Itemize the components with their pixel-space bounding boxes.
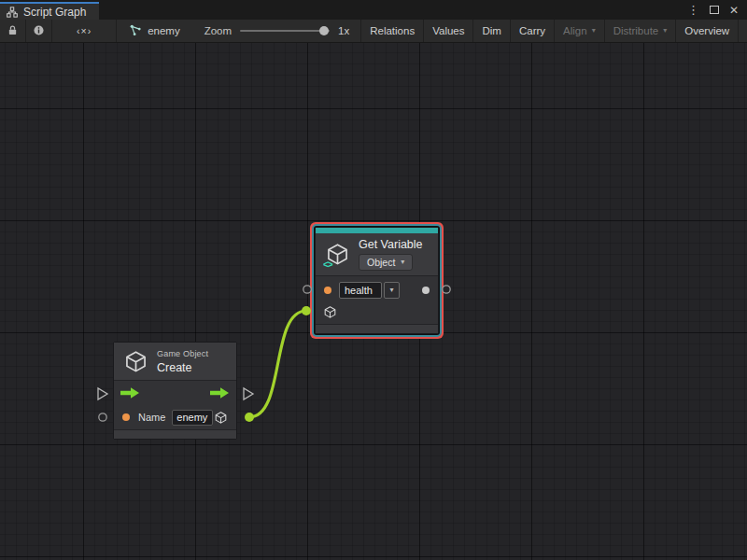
- lock-button[interactable]: [0, 20, 26, 42]
- object-source-row: [316, 303, 438, 325]
- node-category: Game Object: [157, 349, 208, 358]
- relations-button[interactable]: Relations: [360, 20, 423, 42]
- breadcrumb[interactable]: enemy: [117, 20, 193, 42]
- graph-canvas[interactable]: <> Get Variable Object ▾ health ▾: [0, 43, 747, 560]
- tab-bar: Script Graph ⋮ ✕: [0, 0, 747, 20]
- values-button[interactable]: Values: [423, 20, 472, 42]
- zoom-value: 1x: [338, 25, 349, 36]
- code-view-button[interactable]: ‹×›: [52, 20, 117, 42]
- variable-name-dropdown-button[interactable]: ▾: [384, 282, 400, 299]
- connected-port-create-output[interactable]: [245, 413, 254, 422]
- window-menu-icon[interactable]: ⋮: [687, 4, 699, 16]
- node-footer: [114, 429, 236, 439]
- variable-name-row: health ▾: [316, 277, 438, 303]
- name-value-field[interactable]: enemy: [172, 410, 213, 426]
- align-label: Align: [563, 25, 587, 36]
- full-screen-button[interactable]: Full Screen: [738, 20, 747, 42]
- connection-wire[interactable]: [249, 311, 306, 417]
- relations-label: Relations: [370, 25, 415, 36]
- get-variable-header: <> Get Variable Object ▾: [316, 233, 438, 276]
- name-row: Name enemy: [114, 405, 236, 429]
- node-title: Get Variable: [359, 238, 423, 251]
- create-header: Game Object Create: [114, 343, 236, 381]
- distribute-dropdown[interactable]: Distribute ▾: [604, 20, 676, 42]
- carry-label: Carry: [519, 25, 545, 36]
- variables-code-icon: <>: [323, 259, 332, 270]
- maximize-icon[interactable]: [710, 6, 719, 14]
- zoom-label: Zoom: [204, 25, 232, 36]
- node-title: Create: [157, 361, 208, 374]
- align-dropdown[interactable]: Align ▾: [554, 20, 604, 42]
- cube-icon: [123, 349, 148, 374]
- code-icon: ‹×›: [77, 25, 92, 36]
- window-controls: ⋮ ✕: [687, 2, 739, 18]
- zoom-control: Zoom 1x: [193, 20, 361, 42]
- variable-name-field[interactable]: health: [339, 282, 382, 299]
- dim-button[interactable]: Dim: [472, 20, 509, 42]
- close-icon[interactable]: ✕: [729, 5, 739, 16]
- name-input-port[interactable]: [324, 287, 331, 294]
- node-footer: [316, 324, 438, 333]
- name-input-port-circle[interactable]: [99, 413, 106, 421]
- chevron-down-icon: ▾: [401, 259, 404, 266]
- zoom-slider-handle[interactable]: [319, 26, 329, 35]
- name-input-port[interactable]: [122, 413, 130, 421]
- game-object-port-icon[interactable]: [323, 305, 337, 323]
- getvariable-value-output-port-circle[interactable]: [443, 286, 450, 293]
- values-label: Values: [432, 25, 464, 36]
- script-graph-window: Script Graph ⋮ ✕: [0, 0, 747, 560]
- graph-hierarchy-icon: [7, 7, 18, 18]
- variable-scope-dropdown[interactable]: Object ▾: [359, 254, 413, 271]
- node-create-game-object[interactable]: Game Object Create Name: [113, 342, 237, 440]
- chevron-down-icon: ▾: [592, 27, 596, 35]
- overview-label: Overview: [684, 25, 729, 36]
- info-icon: [33, 24, 45, 38]
- dim-label: Dim: [482, 25, 500, 36]
- node-get-variable[interactable]: <> Get Variable Object ▾ health ▾: [315, 227, 439, 334]
- zoom-slider[interactable]: [240, 30, 330, 32]
- overview-button[interactable]: Overview: [675, 20, 738, 42]
- scope-value: Object: [367, 257, 395, 268]
- getvariable-name-input-port-circle[interactable]: [303, 286, 311, 293]
- graph-toolbar: ‹×› enemy Zoom 1x Relations: [0, 20, 747, 43]
- chevron-down-icon: ▾: [663, 27, 667, 35]
- flow-output-port-triangle[interactable]: [244, 388, 253, 399]
- carry-button[interactable]: Carry: [510, 20, 554, 42]
- flow-output-arrow-icon[interactable]: [210, 387, 230, 399]
- connected-port-getvariable-object-input[interactable]: [302, 306, 311, 315]
- breadcrumb-label: enemy: [148, 25, 180, 36]
- tab-script-graph[interactable]: Script Graph: [0, 2, 99, 20]
- value-output-port[interactable]: [422, 287, 430, 294]
- tab-title: Script Graph: [23, 6, 86, 19]
- game-object-output-port-icon[interactable]: [214, 411, 228, 425]
- flow-input-port-triangle[interactable]: [98, 388, 107, 399]
- flow-row: [114, 381, 236, 405]
- info-button[interactable]: [26, 20, 52, 42]
- cube-icon: <>: [325, 242, 350, 267]
- name-label: Name: [138, 412, 165, 423]
- flow-input-arrow-icon[interactable]: [120, 387, 140, 399]
- toolbar-actions: Relations Values Dim Carry Align ▾ Distr…: [360, 20, 747, 42]
- chevron-down-icon: ▾: [389, 287, 393, 294]
- script-graph-asset-icon: [130, 24, 142, 38]
- distribute-label: Distribute: [613, 25, 659, 36]
- lock-icon: [7, 24, 19, 38]
